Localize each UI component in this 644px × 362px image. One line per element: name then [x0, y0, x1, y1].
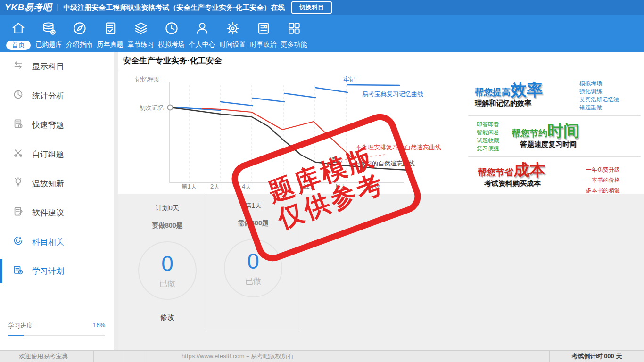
- plan-day-questions: 需做800题: [207, 219, 299, 228]
- status-bar: 欢迎使用易考宝典 https://www.etest8.com－易考吧版权所有 …: [0, 350, 644, 362]
- promo-feature-list: 模拟考场 强化训练 艾宾浩斯记忆法 错题重做: [579, 80, 619, 112]
- done-count-label: 已做: [159, 278, 175, 289]
- nav-label: 介绍指南: [66, 41, 93, 49]
- sidebar: 显示科目 统计分析 快速背题 自订组题 温故知新 软件建议: [0, 52, 114, 350]
- done-count-circle: 0 已做: [138, 241, 197, 300]
- nav-label: 首页: [6, 41, 31, 50]
- sidebar-item-quick-memorize[interactable]: 快速背题: [0, 110, 114, 140]
- exam-countdown: 考试倒计时 000 天: [549, 351, 644, 362]
- nav-label: 更多功能: [281, 41, 307, 49]
- study-plan-icon: [13, 264, 24, 278]
- promo-heading-prefix: 帮您提高: [475, 86, 511, 99]
- sidebar-item-label: 温故知新: [32, 178, 64, 189]
- content-row: 显示科目 统计分析 快速背题 自订组题 温故知新 软件建议: [0, 52, 644, 350]
- app-logo: YKB易考吧: [5, 1, 52, 14]
- nav-item-past-papers[interactable]: 历年真题: [95, 15, 125, 52]
- plan-card-today: 第1天 需做800题 0 已做: [207, 193, 299, 329]
- sidebar-item-label: 快速背题: [32, 120, 64, 131]
- done-count: 0: [161, 253, 173, 274]
- topbar-divider: |: [57, 3, 58, 12]
- promo-feature: 强化训练: [579, 88, 619, 96]
- quick-memorize-icon: [13, 118, 24, 132]
- welcome-message: 欢迎使用易考宝典: [0, 351, 94, 362]
- study-progress: 学习进度 16%: [8, 321, 105, 336]
- plan-card-total: 计划0天 要做800题 0 已做 修改: [125, 196, 210, 322]
- software-suggest-icon: [13, 206, 24, 219]
- promo-feature-list: 即答即看 智能阅卷 试题收藏 复习便捷: [477, 121, 499, 153]
- promo-feature: 艾宾浩斯记忆法: [579, 96, 619, 104]
- promo-row-time: 即答即看 智能阅卷 试题收藏 复习便捷 帮您节约 时间 答题速度复习时间: [468, 116, 641, 157]
- purchased-bank-icon: [41, 20, 57, 38]
- nav-label: 已购题库: [36, 41, 62, 49]
- svg-text:遗忘: 遗忘: [330, 156, 343, 164]
- progress-bar-fill: [8, 335, 24, 336]
- page-title: 安全生产专业实务·化工安全: [118, 52, 644, 69]
- promo-subtitle: 理解和记忆的效率: [475, 99, 543, 108]
- sidebar-item-label: 显示科目: [32, 61, 64, 72]
- nav-item-user-center[interactable]: 个人中心: [187, 15, 217, 52]
- promo-feature: 多本书的精髓: [586, 185, 620, 194]
- promo-heading-big: 时间: [547, 123, 579, 139]
- nav-item-mock-exam[interactable]: 模拟考场: [156, 15, 187, 52]
- svg-text:天数: 天数: [368, 183, 380, 190]
- progress-value: 16%: [93, 321, 105, 330]
- nav-label: 个人中心: [189, 41, 215, 49]
- svg-text:2天: 2天: [210, 183, 220, 190]
- plan-days: 计划0天: [125, 204, 210, 213]
- mock-exam-clock-icon: [164, 20, 180, 38]
- main-panel: 安全生产专业实务·化工安全 第1天2天4天7天12天N天天数记忆程度初次记忆牢记…: [118, 52, 644, 350]
- sidebar-item-software-suggest[interactable]: 软件建议: [0, 198, 114, 227]
- subject-related-icon: [13, 235, 24, 248]
- main-nav: 首页 已购题库 介绍指南 历年真题 章节练习 模拟考场 个人中心 时间设置: [0, 15, 644, 52]
- sidebar-item-label: 统计分析: [32, 90, 64, 101]
- promo-subtitle: 答题速度复习时间: [520, 140, 579, 149]
- past-papers-icon: [102, 20, 118, 38]
- current-affairs-icon: [256, 20, 272, 38]
- nav-item-time-settings[interactable]: 时间设置: [217, 15, 248, 52]
- promo-feature: 错题重做: [579, 104, 619, 112]
- svg-text:易考宝典复习记忆曲线: 易考宝典复习记忆曲线: [362, 90, 423, 98]
- sidebar-item-custom-quiz[interactable]: 自订组题: [0, 140, 114, 169]
- switch-subject-button[interactable]: 切换科目: [291, 1, 332, 14]
- sidebar-item-statistics[interactable]: 统计分析: [0, 81, 114, 110]
- promo-feature: 模拟考场: [579, 80, 619, 88]
- nav-item-home[interactable]: 首页: [3, 15, 33, 52]
- promo-feature: 复习便捷: [477, 145, 499, 153]
- nav-item-chapter-practice[interactable]: 章节练习: [125, 15, 156, 52]
- promo-row-cost: 帮您节省 成本 考试资料购买成本 一年免费升级 一本书的价格 多本书的精髓: [468, 157, 641, 194]
- sidebar-item-study-plan[interactable]: 学习计划: [0, 256, 114, 286]
- nav-label: 时事政治: [250, 41, 277, 49]
- done-count: 0: [247, 250, 259, 272]
- promo-panel: 帮您提高 效率 理解和记忆的效率 模拟考场 强化训练 艾宾浩斯记忆法 错题重做: [467, 69, 641, 194]
- swap-icon: [13, 60, 24, 73]
- done-count-circle: 0 已做: [224, 239, 282, 297]
- promo-feature: 试题收藏: [477, 137, 499, 145]
- nav-item-more[interactable]: 更多功能: [279, 15, 309, 52]
- copyright-text: https://www.etest8.com－易考吧版权所有: [182, 352, 294, 361]
- sidebar-item-review[interactable]: 温故知新: [0, 169, 114, 198]
- custom-quiz-tools-icon: [13, 148, 24, 161]
- svg-text:不合理安排复习的自然遗忘曲线: 不合理安排复习的自然遗忘曲线: [355, 144, 441, 151]
- plan-area: 计划0天 要做800题 0 已做 修改 第1天 需做800题 0 已做: [118, 194, 644, 350]
- svg-text:第1天: 第1天: [181, 183, 197, 190]
- progress-bar: [8, 335, 105, 336]
- nav-item-purchased-bank[interactable]: 已购题库: [33, 15, 64, 52]
- svg-text:7天: 7天: [273, 183, 282, 190]
- sidebar-item-show-subjects[interactable]: 显示科目: [0, 52, 114, 81]
- home-icon: [10, 20, 26, 38]
- sidebar-item-subject-related[interactable]: 科目相关: [0, 227, 114, 256]
- chapter-practice-icon: [133, 20, 149, 38]
- svg-text:4天: 4天: [242, 183, 251, 190]
- user-icon: [194, 20, 210, 38]
- promo-heading-prefix: 帮您节约: [512, 127, 547, 140]
- chart-strip: 第1天2天4天7天12天N天天数记忆程度初次记忆牢记易考宝典复习记忆曲线不合理安…: [118, 69, 644, 194]
- plan-questions: 要做800题: [125, 222, 210, 230]
- svg-text:初次记忆: 初次记忆: [140, 104, 164, 111]
- nav-item-current-affairs[interactable]: 时事政治: [248, 15, 279, 52]
- modify-plan-button[interactable]: 修改: [160, 313, 174, 322]
- sidebar-item-label: 自订组题: [32, 149, 64, 160]
- nav-item-guide[interactable]: 介绍指南: [64, 15, 95, 52]
- promo-feature: 智能阅卷: [477, 129, 499, 137]
- promo-heading-big: 成本: [513, 162, 545, 178]
- statusbar-cell: [121, 351, 146, 362]
